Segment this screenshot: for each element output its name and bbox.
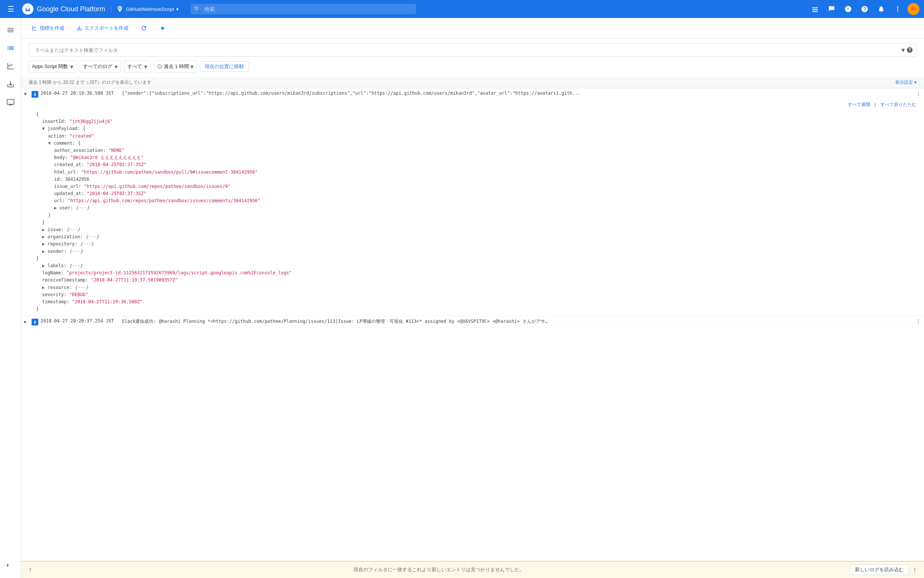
log-detail-line: ▼ comment: { bbox=[36, 140, 916, 147]
gcp-logo-icon bbox=[22, 3, 34, 15]
log-detail-line: created_at: "2018-04-25T02:37:35Z" bbox=[36, 161, 916, 168]
log-detail-line: ▶ repository: {···} bbox=[36, 240, 916, 248]
filter-bar: ▾ Apps Script 関数 ▾ すべてのログ ▾ すべて ▾ 過去 1 時… bbox=[21, 39, 924, 77]
log-detail-line: action: "created" bbox=[36, 133, 916, 140]
nav-right-icons bbox=[808, 2, 919, 16]
run-icon bbox=[159, 25, 166, 32]
log-detail: { insertId: "jzh36gg2iju4j6" ▼ jsonPaylo… bbox=[21, 109, 924, 316]
products-icon[interactable] bbox=[808, 2, 822, 16]
clock-icon bbox=[157, 64, 162, 69]
alert-icon[interactable] bbox=[841, 2, 855, 16]
log-filter-arrow: ▾ bbox=[115, 63, 118, 70]
expand-arrow-icon[interactable]: ▶ bbox=[24, 318, 29, 324]
log-detail-line: ▶ issue: {···} bbox=[36, 226, 916, 234]
help-icon[interactable] bbox=[858, 2, 871, 16]
log-detail-line: issue_url: "https://api.github.com/repos… bbox=[36, 183, 916, 190]
resource-filter-select[interactable]: Apps Script 関数 ▾ bbox=[29, 60, 77, 73]
project-icon bbox=[116, 5, 124, 13]
export-icon bbox=[76, 25, 82, 31]
log-container: ▼ A 2018-04-27 20:19:36.500 JST {"sender… bbox=[21, 88, 924, 358]
log-detail-line: receiveTimestamp: "2018-04-27T11:19:37.5… bbox=[36, 277, 916, 284]
log-detail-line: ▶ resource: {···} bbox=[36, 284, 916, 291]
log-detail-line: url: "https://api.github.com/repos/pathe… bbox=[36, 197, 916, 205]
log-detail-line: timestamp: "2018-04-27T11:19:36.500Z" bbox=[36, 299, 916, 305]
log-badge: A bbox=[32, 319, 38, 325]
log-search-input[interactable] bbox=[32, 47, 901, 53]
log-badge: A bbox=[32, 91, 38, 98]
resource-filter-label: Apps Script 関数 bbox=[32, 63, 68, 70]
create-export-button[interactable]: エクスポートを作成 bbox=[73, 23, 131, 34]
bottom-notification-bar: ↑ 現在のフィルタに一致するこれより新しいエントリは見つかりませんでした。 新し… bbox=[21, 561, 924, 578]
log-detail-line: ▶ labels: {···} bbox=[36, 262, 916, 270]
sidebar-item-list[interactable] bbox=[2, 21, 19, 39]
main-content: 指標を作成 エクスポートを作成 ▾ Apps Script 関数 ▾ すべてのロ… bbox=[21, 18, 924, 578]
display-settings-button[interactable]: 表示設定 ▾ bbox=[895, 79, 916, 86]
resource-filter-arrow: ▾ bbox=[70, 63, 73, 70]
create-metric-button[interactable]: 指標を作成 bbox=[29, 23, 67, 34]
expand-all-link[interactable]: すべて展開 bbox=[848, 101, 870, 108]
scroll-up-icon[interactable]: ↑ bbox=[29, 566, 32, 574]
sidebar-item-monitor[interactable] bbox=[2, 93, 19, 111]
log-detail-line: insertId: "jzh36gg2iju4j6" bbox=[36, 118, 916, 125]
log-detail-line: updated_at: "2018-04-25T02:37:35Z" bbox=[36, 190, 916, 197]
collapse-arrow-icon[interactable]: ▼ bbox=[24, 91, 29, 97]
log-detail-line: } bbox=[36, 255, 916, 262]
svg-point-1 bbox=[26, 7, 29, 10]
log-detail-line: ▶ sender: {···} bbox=[36, 248, 916, 255]
log-text: {"sender":{"subscriptions_url":"https://… bbox=[119, 91, 913, 96]
collapse-all-link[interactable]: すべて折りたたむ bbox=[880, 101, 916, 108]
toolbar: 指標を作成 エクスポートを作成 bbox=[21, 18, 924, 39]
project-dropdown-icon: ▾ bbox=[176, 6, 179, 12]
log-timestamp: 2018-04-27 20:19:36.500 JST bbox=[40, 91, 114, 96]
log-info-message: 過去 1 時間 から 20:22 まで（JST）のログを表示しています bbox=[29, 79, 151, 86]
project-selector[interactable]: GitHubWebhookScript ▾ bbox=[111, 5, 179, 13]
log-filter-select[interactable]: すべてのログ ▾ bbox=[79, 60, 121, 73]
move-current-button[interactable]: 現在の位置に移動 bbox=[200, 61, 249, 72]
log-detail-line: body: "@mikan3rd えええええええええ" bbox=[36, 154, 916, 161]
project-name: GitHubWebhookScript bbox=[126, 6, 174, 12]
global-search-input[interactable] bbox=[191, 4, 416, 14]
sidebar-expand-icon[interactable] bbox=[5, 562, 11, 570]
sidebar-item-metrics[interactable] bbox=[2, 57, 19, 75]
log-search-box[interactable]: ▾ bbox=[29, 43, 916, 57]
log-detail-line: severity: "DEBUG" bbox=[36, 291, 916, 299]
scroll-top-icon[interactable]: ↑ bbox=[913, 566, 916, 574]
log-detail-line: ▶ user: {···} bbox=[36, 205, 916, 211]
log-timestamp: 2018-04-27 20:20:37.254 JST bbox=[40, 318, 114, 323]
load-new-logs-button[interactable]: 新しいログを読み込む bbox=[850, 565, 909, 575]
no-entries-message: 現在のフィルタに一致するこれより新しいエントリは見つかりませんでした。 bbox=[32, 567, 845, 573]
log-filter-label: すべてのログ bbox=[83, 63, 112, 70]
search-dropdown-arrow[interactable]: ▾ bbox=[901, 46, 905, 54]
log-detail-line: id: 384142956 bbox=[36, 176, 916, 183]
time-range-select[interactable]: 過去 1 時間 ▾ bbox=[154, 60, 196, 73]
top-navbar: ☰ Google Cloud Platform GitHubWebhookScr… bbox=[0, 0, 924, 18]
hamburger-menu-icon[interactable]: ☰ bbox=[5, 3, 17, 15]
log-more-icon[interactable]: ⋮ bbox=[916, 91, 921, 97]
refresh-button[interactable] bbox=[138, 23, 150, 34]
run-button[interactable] bbox=[156, 23, 169, 34]
log-detail-line: } bbox=[36, 305, 916, 313]
log-level-select[interactable]: すべて ▾ bbox=[124, 60, 150, 73]
more-options-icon[interactable] bbox=[891, 2, 905, 16]
log-detail-line: } bbox=[36, 219, 916, 226]
help-circle-icon[interactable] bbox=[906, 47, 913, 54]
log-entry-header[interactable]: ▼ A 2018-04-27 20:19:36.500 JST {"sender… bbox=[21, 88, 924, 100]
time-range-arrow: ▾ bbox=[191, 63, 193, 70]
sidebar-item-logs[interactable] bbox=[2, 39, 19, 57]
sidebar-item-export[interactable] bbox=[2, 75, 19, 93]
avatar[interactable] bbox=[908, 3, 919, 15]
log-more-icon[interactable]: ⋮ bbox=[916, 318, 921, 324]
notifications-icon[interactable] bbox=[874, 2, 888, 16]
refresh-icon bbox=[141, 25, 147, 32]
deploy-icon[interactable] bbox=[825, 2, 838, 16]
log-entry: ▼ A 2018-04-27 20:19:36.500 JST {"sender… bbox=[21, 88, 924, 316]
log-text: Slack通知成功: @harashi Planning *<https://g… bbox=[119, 318, 913, 325]
log-detail-line: html_url: "https://github.com/pathee/san… bbox=[36, 169, 916, 176]
time-range-label: 過去 1 時間 bbox=[164, 63, 189, 70]
app-logo: Google Cloud Platform bbox=[22, 3, 105, 15]
log-detail-line: ▼ jsonPayload: { bbox=[36, 125, 916, 132]
log-detail-line: { bbox=[36, 111, 916, 118]
log-detail-line: logName: "projects/project-id-1125632172… bbox=[36, 270, 916, 277]
log-entry-header[interactable]: ▶ A 2018-04-27 20:20:37.254 JST Slack通知成… bbox=[21, 316, 924, 328]
log-detail-line: } bbox=[36, 212, 916, 219]
